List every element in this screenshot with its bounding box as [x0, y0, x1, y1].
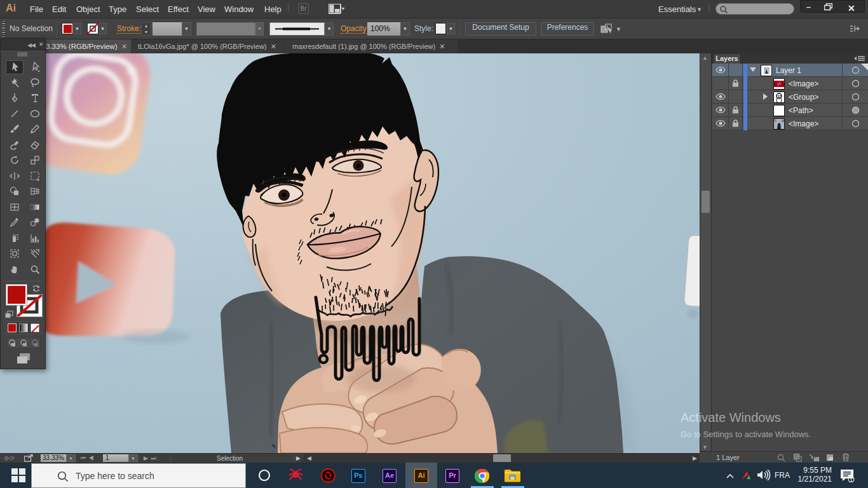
svg-text:1: 1 [850, 477, 853, 483]
